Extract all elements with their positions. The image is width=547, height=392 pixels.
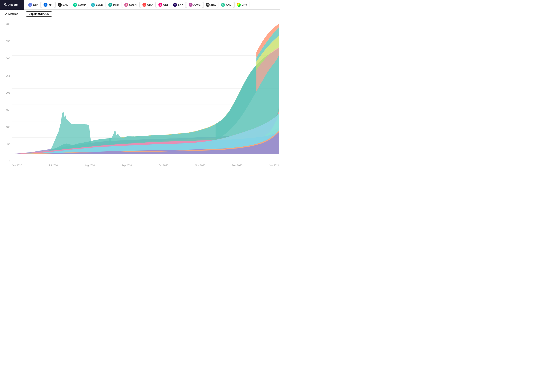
x-label-oct2020: Oct 2020 xyxy=(159,164,169,167)
knc-icon: K xyxy=(221,3,225,7)
metrics-label: Metrics xyxy=(8,12,18,15)
y-label-35b: 35B xyxy=(0,40,12,43)
crv-label: CRV xyxy=(242,3,247,6)
layers-icon xyxy=(4,3,7,7)
token-chip-mkr[interactable]: M MKR xyxy=(106,2,121,8)
area-teal-spike xyxy=(51,111,91,150)
lend-label: LEND xyxy=(96,3,103,6)
token-chip-sushi[interactable]: 🍣 SUSHI xyxy=(122,2,140,8)
x-label-dec2020: Dec 2020 xyxy=(232,164,242,167)
token-chip-eth[interactable]: Ξ ETH xyxy=(26,2,41,8)
token-chip-comp[interactable]: C COMP xyxy=(71,2,88,8)
comp-icon: C xyxy=(73,3,77,7)
y-axis: 0 5B 10B 15B 20B 25B 30B 35B 40B xyxy=(0,23,12,163)
aave-label: AAVE xyxy=(193,3,200,6)
mkr-icon: M xyxy=(108,3,112,7)
token-chip-aave[interactable]: A AAVE xyxy=(186,2,203,8)
metric-chip[interactable]: CapMrktCurUSD xyxy=(26,11,52,17)
comp-label: COMP xyxy=(78,3,86,6)
snx-label: SNX xyxy=(178,3,183,6)
bal-label: BAL xyxy=(62,3,68,6)
metrics-bar: Metrics CapMrktCurUSD xyxy=(0,10,280,18)
x-axis: Jun 2020 Jul 2020 Aug 2020 Sep 2020 Oct … xyxy=(12,163,279,171)
token-chip-knc[interactable]: K KNC xyxy=(219,2,234,8)
token-chip-crv[interactable]: C CRV xyxy=(234,2,249,8)
token-chip-snx[interactable]: S SNX xyxy=(171,2,186,8)
x-label-jan2021: Jan 2021 xyxy=(269,164,279,167)
token-chip-lend[interactable]: L LEND xyxy=(89,2,105,8)
y-label-40b: 40B xyxy=(0,23,12,25)
y-label-20b: 20B xyxy=(0,91,12,94)
x-label-aug2020: Aug 2020 xyxy=(84,164,95,167)
x-label-sep2020: Sep 2020 xyxy=(121,164,132,167)
assets-bar: Assets Ξ ETH Y YFI B BAL C COMP L LEND M xyxy=(0,0,280,10)
token-chip-uma[interactable]: U UMA xyxy=(140,2,156,8)
eth-label: ETH xyxy=(33,3,38,6)
metrics-button[interactable]: Metrics xyxy=(0,10,24,18)
chart-container: 0 5B 10B 15B 20B 25B 30B 35B 40B xyxy=(0,18,280,171)
uni-icon: 🦄 xyxy=(158,3,162,7)
yfi-icon: Y xyxy=(44,3,48,7)
zrx-icon: 0x xyxy=(206,3,210,7)
zrx-label: ZRX xyxy=(211,3,216,6)
assets-label: Assets xyxy=(8,3,18,6)
y-label-10b: 10B xyxy=(0,126,12,128)
tokens-list: Ξ ETH Y YFI B BAL C COMP L LEND M MKR xyxy=(24,2,280,8)
y-label-0: 0 xyxy=(0,160,12,163)
mkr-label: MKR xyxy=(113,3,119,6)
x-label-jun2020: Jun 2020 xyxy=(12,164,22,167)
y-label-5b: 5B xyxy=(0,143,12,146)
lend-icon: L xyxy=(91,3,95,7)
uni-label: UNI xyxy=(163,3,168,6)
crv-icon: C xyxy=(237,3,241,7)
aave-icon: A xyxy=(189,3,192,7)
knc-label: KNC xyxy=(226,3,232,6)
y-label-30b: 30B xyxy=(0,57,12,60)
token-chip-zrx[interactable]: 0x ZRX xyxy=(203,2,218,8)
trending-icon xyxy=(4,12,7,16)
token-chip-yfi[interactable]: Y YFI xyxy=(41,2,55,8)
token-chip-uni[interactable]: 🦄 UNI xyxy=(156,2,170,8)
yfi-label: YFI xyxy=(48,3,53,6)
chart-area xyxy=(12,23,279,163)
sushi-label: SUSHI xyxy=(129,3,137,6)
metric-chip-label: CapMrktCurUSD xyxy=(29,13,49,15)
bal-icon: B xyxy=(58,3,62,7)
y-label-15b: 15B xyxy=(0,109,12,111)
snx-icon: S xyxy=(173,3,177,7)
uma-label: UMA xyxy=(147,3,153,6)
token-chip-bal[interactable]: B BAL xyxy=(55,2,70,8)
x-label-jul2020: Jul 2020 xyxy=(48,164,58,167)
svg-marker-0 xyxy=(4,3,7,5)
uma-icon: U xyxy=(143,3,146,7)
y-label-25b: 25B xyxy=(0,74,12,77)
assets-button[interactable]: Assets xyxy=(0,0,24,10)
sushi-icon: 🍣 xyxy=(124,3,128,7)
x-label-nov2020: Nov 2020 xyxy=(195,164,205,167)
chart-svg xyxy=(12,23,279,163)
eth-icon: Ξ xyxy=(28,3,32,7)
